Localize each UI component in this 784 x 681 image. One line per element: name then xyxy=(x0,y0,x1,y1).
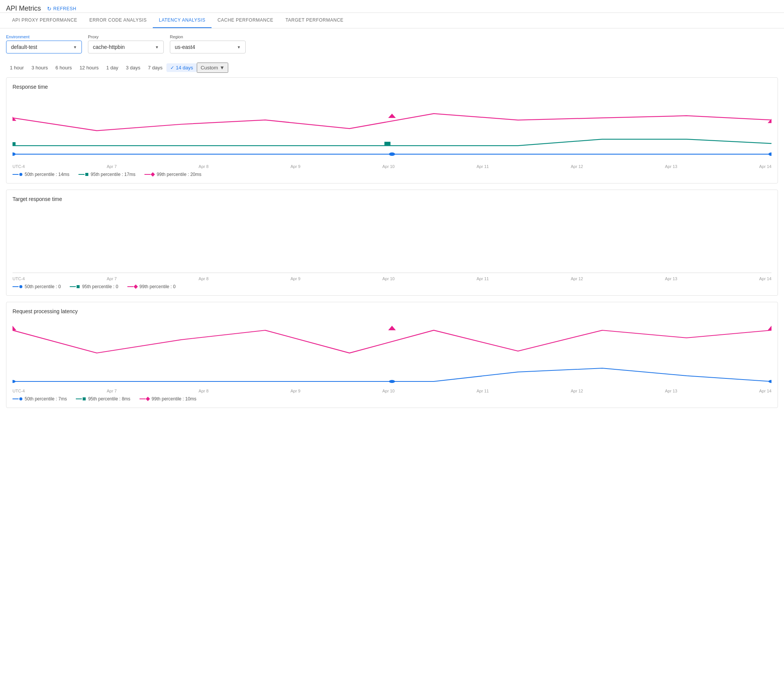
tab-latency[interactable]: LATENCY ANALYSIS xyxy=(153,13,212,28)
page-title: API Metrics xyxy=(6,5,41,13)
legend-50th: 50th percentile : 14ms xyxy=(13,172,70,177)
time-6hours[interactable]: 6 hours xyxy=(52,63,76,72)
svg-marker-7 xyxy=(768,119,771,123)
legend-99th-diamond xyxy=(150,172,155,176)
legend-95th-line xyxy=(78,174,84,175)
time-1day[interactable]: 1 day xyxy=(102,63,122,72)
time-3hours[interactable]: 3 hours xyxy=(28,63,52,72)
response-time-svg-area xyxy=(13,94,771,163)
request-processing-latency-svg xyxy=(13,319,771,387)
proxy-label: Proxy xyxy=(88,35,164,39)
proxy-select[interactable]: cache-httpbin ▼ xyxy=(88,41,164,54)
legend-50th-dot xyxy=(19,173,22,176)
response-time-svg xyxy=(13,94,771,163)
environment-filter: Environment default-test ▼ xyxy=(6,35,82,54)
svg-point-0 xyxy=(13,152,16,156)
svg-point-2 xyxy=(768,152,771,156)
filters-bar: Environment default-test ▼ Proxy cache-h… xyxy=(0,29,784,60)
latency-legend-50th: 50th percentile : 7ms xyxy=(13,396,67,402)
svg-point-10 xyxy=(389,380,395,383)
target-response-time-x-axis: UTC-4 Apr 7 Apr 8 Apr 9 Apr 10 Apr 11 Ap… xyxy=(13,276,771,281)
svg-point-11 xyxy=(768,380,771,383)
svg-marker-12 xyxy=(13,326,16,330)
response-time-x-axis: UTC-4 Apr 7 Apr 8 Apr 9 Apr 10 Apr 11 Ap… xyxy=(13,164,771,169)
time-12hours[interactable]: 12 hours xyxy=(76,63,103,72)
proxy-filter: Proxy cache-httpbin ▼ xyxy=(88,35,164,54)
target-response-time-title: Target response time xyxy=(13,196,771,202)
refresh-icon: ↻ xyxy=(47,6,52,12)
tab-bar: API PROXY PERFORMANCE ERROR CODE ANALYSI… xyxy=(0,13,784,29)
environment-select[interactable]: default-test ▼ xyxy=(6,41,82,54)
refresh-button[interactable]: ↻ REFRESH xyxy=(47,6,76,12)
target-legend-95th: 95th percentile : 0 xyxy=(70,284,118,289)
checkmark-icon: ✓ xyxy=(170,65,174,71)
environment-arrow-icon: ▼ xyxy=(73,45,77,49)
tab-error-code[interactable]: ERROR CODE ANALYSIS xyxy=(83,13,153,28)
tab-target[interactable]: TARGET PERFORMANCE xyxy=(279,13,350,28)
svg-marker-14 xyxy=(768,326,771,330)
legend-99th: 99th percentile : 20ms xyxy=(144,172,201,177)
tab-api-proxy[interactable]: API PROXY PERFORMANCE xyxy=(6,13,83,28)
target-response-time-svg-area xyxy=(13,207,771,275)
svg-marker-13 xyxy=(388,326,396,330)
request-processing-latency-chart: Request processing latency UTC-4 Apr 7 A… xyxy=(6,302,778,408)
time-filter-bar: 1 hour 3 hours 6 hours 12 hours 1 day 3 … xyxy=(0,60,784,78)
time-7days[interactable]: 7 days xyxy=(144,63,166,72)
target-response-time-chart: Target response time UTC-4 Apr 7 Apr 8 A… xyxy=(6,190,778,296)
environment-label: Environment xyxy=(6,35,82,39)
target-legend-99th: 99th percentile : 0 xyxy=(127,284,176,289)
legend-95th: 95th percentile : 17ms xyxy=(78,172,135,177)
target-legend-50th: 50th percentile : 0 xyxy=(13,284,61,289)
region-select[interactable]: us-east4 ▼ xyxy=(170,41,245,54)
tab-cache[interactable]: CACHE PERFORMANCE xyxy=(212,13,279,28)
request-processing-latency-svg-area xyxy=(13,319,771,387)
latency-legend-99th: 99th percentile : 10ms xyxy=(139,396,196,402)
response-time-title: Response time xyxy=(13,84,771,90)
proxy-arrow-icon: ▼ xyxy=(155,45,159,49)
charts-area: Response time UTC-4 Apr 7 xyxy=(0,78,784,414)
region-label: Region xyxy=(170,35,245,39)
legend-99th-line xyxy=(144,174,150,175)
time-14days[interactable]: ✓ 14 days xyxy=(166,63,197,72)
response-time-legend: 50th percentile : 14ms 95th percentile :… xyxy=(13,172,771,177)
response-time-chart: Response time UTC-4 Apr 7 xyxy=(6,78,778,184)
region-filter: Region us-east4 ▼ xyxy=(170,35,245,54)
target-response-time-svg xyxy=(13,207,771,275)
request-processing-latency-x-axis: UTC-4 Apr 7 Apr 8 Apr 9 Apr 10 Apr 11 Ap… xyxy=(13,389,771,393)
legend-50th-line xyxy=(13,174,19,175)
svg-point-1 xyxy=(389,152,395,156)
request-processing-latency-legend: 50th percentile : 7ms 95th percentile : … xyxy=(13,396,771,402)
svg-marker-5 xyxy=(388,114,396,118)
request-processing-latency-title: Request processing latency xyxy=(13,308,771,314)
time-custom[interactable]: Custom ▼ xyxy=(197,63,228,73)
svg-point-9 xyxy=(13,380,16,383)
legend-95th-square xyxy=(85,173,88,176)
svg-rect-4 xyxy=(13,142,16,146)
svg-rect-3 xyxy=(385,142,391,145)
custom-arrow-icon: ▼ xyxy=(220,65,225,71)
time-3days[interactable]: 3 days xyxy=(122,63,144,72)
region-arrow-icon: ▼ xyxy=(237,45,241,49)
latency-legend-95th: 95th percentile : 8ms xyxy=(76,396,130,402)
time-1hour[interactable]: 1 hour xyxy=(6,63,28,72)
target-response-time-legend: 50th percentile : 0 95th percentile : 0 … xyxy=(13,284,771,289)
page-header: API Metrics ↻ REFRESH xyxy=(0,0,784,13)
